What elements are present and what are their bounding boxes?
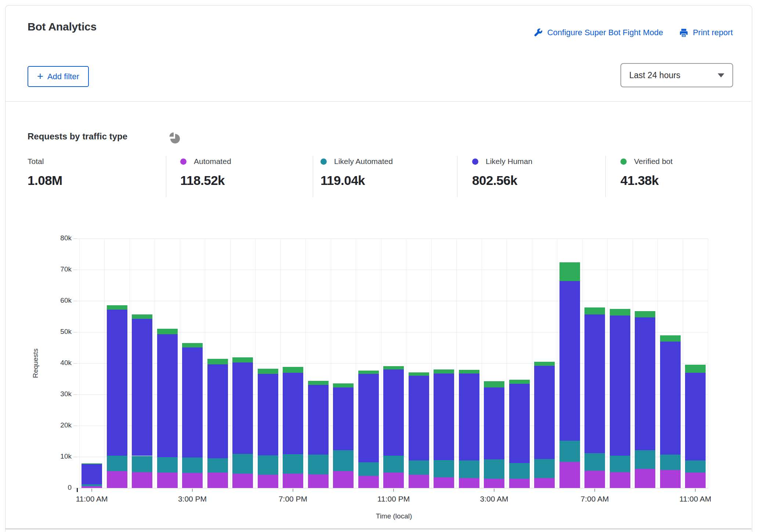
bar-segment-verified-bot[interactable]	[107, 305, 127, 310]
bar-segment-verified-bot[interactable]	[182, 343, 203, 347]
bar-1:00-am-14[interactable]	[434, 238, 454, 488]
bar-segment-verified-bot[interactable]	[484, 381, 504, 387]
bar-segment-verified-bot[interactable]	[534, 362, 555, 366]
bar-12:00-pm-1[interactable]	[107, 238, 127, 488]
bar-6:00-am-19[interactable]	[559, 238, 580, 488]
bar-segment-likely-human[interactable]	[584, 314, 605, 453]
bar-segment-automated[interactable]	[584, 471, 605, 488]
bar-6:00-pm-7[interactable]	[258, 238, 278, 488]
bar-segment-automated[interactable]	[107, 471, 127, 488]
bar-segment-likely-human[interactable]	[409, 376, 429, 460]
bar-segment-automated[interactable]	[383, 473, 404, 488]
bar-segment-automated[interactable]	[534, 478, 555, 488]
bar-segment-likely-human[interactable]	[132, 319, 152, 456]
bar-segment-likely-automated[interactable]	[283, 454, 303, 474]
bar-segment-automated[interactable]	[132, 472, 152, 488]
bar-8:00-am-21[interactable]	[610, 238, 630, 488]
bar-7:00-pm-8[interactable]	[283, 238, 303, 488]
bar-segment-automated[interactable]	[660, 470, 681, 488]
bar-segment-automated[interactable]	[82, 486, 102, 488]
bar-4:00-am-17[interactable]	[509, 238, 530, 488]
bar-segment-automated[interactable]	[685, 473, 706, 488]
bar-11:00-am-24[interactable]	[685, 238, 706, 488]
bar-segment-likely-automated[interactable]	[107, 456, 127, 471]
bar-segment-automated[interactable]	[434, 477, 454, 488]
bar-segment-verified-bot[interactable]	[685, 365, 706, 373]
bar-segment-likely-automated[interactable]	[308, 455, 329, 474]
bar-segment-verified-bot[interactable]	[283, 367, 303, 372]
bar-segment-likely-automated[interactable]	[584, 453, 605, 471]
bar-segment-likely-human[interactable]	[459, 374, 479, 460]
bar-segment-likely-human[interactable]	[157, 334, 178, 457]
bar-segment-automated[interactable]	[484, 479, 504, 488]
bar-segment-verified-bot[interactable]	[459, 370, 479, 374]
bar-segment-verified-bot[interactable]	[358, 371, 379, 374]
bar-segment-likely-automated[interactable]	[258, 455, 278, 475]
bar-segment-likely-automated[interactable]	[660, 455, 681, 470]
print-report-link[interactable]: Print report	[679, 28, 733, 37]
bar-segment-likely-automated[interactable]	[484, 459, 504, 479]
bar-segment-likely-automated[interactable]	[409, 460, 429, 475]
bar-segment-likely-human[interactable]	[383, 369, 404, 456]
bar-segment-verified-bot[interactable]	[207, 359, 228, 364]
add-filter-button[interactable]: + Add filter	[28, 66, 89, 87]
bar-segment-likely-human[interactable]	[660, 342, 681, 455]
bar-segment-automated[interactable]	[207, 473, 228, 488]
bar-9:00-am-22[interactable]	[635, 238, 655, 488]
bar-segment-automated[interactable]	[409, 475, 429, 488]
bar-segment-verified-bot[interactable]	[132, 314, 152, 319]
bar-1:00-pm-2[interactable]	[132, 238, 152, 488]
bar-segment-likely-human[interactable]	[685, 373, 706, 460]
bar-4:00-pm-5[interactable]	[207, 238, 228, 488]
bar-segment-automated[interactable]	[157, 473, 178, 488]
bar-segment-likely-human[interactable]	[232, 362, 253, 454]
bar-12:00-am-13[interactable]	[409, 238, 429, 488]
bar-segment-likely-human[interactable]	[358, 374, 379, 462]
bar-8:00-pm-9[interactable]	[308, 238, 329, 488]
bar-segment-likely-human[interactable]	[258, 374, 278, 455]
bar-segment-likely-human[interactable]	[635, 317, 655, 450]
bar-segment-likely-automated[interactable]	[182, 458, 203, 473]
bar-segment-automated[interactable]	[635, 469, 655, 488]
bar-segment-likely-human[interactable]	[283, 373, 303, 455]
bar-segment-likely-automated[interactable]	[157, 457, 178, 473]
bar-segment-verified-bot[interactable]	[333, 383, 354, 387]
bar-segment-likely-automated[interactable]	[685, 460, 706, 473]
bar-segment-likely-automated[interactable]	[610, 456, 630, 472]
bar-segment-likely-automated[interactable]	[459, 460, 479, 478]
bar-segment-likely-automated[interactable]	[207, 458, 228, 473]
bar-segment-verified-bot[interactable]	[660, 335, 681, 342]
bar-10:00-pm-11[interactable]	[358, 238, 379, 488]
bar-11:00-pm-12[interactable]	[383, 238, 404, 488]
bar-segment-automated[interactable]	[283, 474, 303, 488]
bar-segment-automated[interactable]	[559, 462, 580, 488]
bar-segment-automated[interactable]	[333, 471, 354, 488]
bar-segment-likely-human[interactable]	[308, 385, 329, 455]
time-range-dropdown[interactable]: Last 24 hours	[620, 63, 733, 87]
bar-segment-likely-human[interactable]	[509, 384, 530, 463]
configure-super-bot-fight-mode-link[interactable]: Configure Super Bot Fight Mode	[534, 28, 663, 37]
bar-segment-likely-human[interactable]	[559, 281, 580, 441]
bar-segment-verified-bot[interactable]	[383, 366, 404, 369]
bar-11:00-am-0[interactable]	[82, 238, 102, 488]
bar-segment-automated[interactable]	[258, 475, 278, 488]
bar-segment-likely-automated[interactable]	[635, 450, 655, 469]
bar-segment-likely-automated[interactable]	[358, 462, 379, 476]
bar-7:00-am-20[interactable]	[584, 238, 605, 488]
bar-segment-likely-human[interactable]	[82, 464, 102, 484]
bar-segment-likely-automated[interactable]	[434, 460, 454, 477]
bar-segment-likely-human[interactable]	[434, 374, 454, 460]
bar-segment-likely-automated[interactable]	[534, 459, 555, 478]
bar-segment-likely-automated[interactable]	[132, 456, 152, 472]
bar-segment-verified-bot[interactable]	[232, 357, 253, 362]
bar-10:00-am-23[interactable]	[660, 238, 681, 488]
bar-segment-likely-automated[interactable]	[383, 456, 404, 473]
bar-segment-likely-automated[interactable]	[333, 450, 354, 471]
bar-segment-likely-automated[interactable]	[82, 484, 102, 486]
bar-segment-likely-human[interactable]	[207, 364, 228, 458]
bar-segment-likely-human[interactable]	[182, 347, 203, 458]
bar-segment-verified-bot[interactable]	[157, 329, 178, 334]
bar-segment-likely-automated[interactable]	[559, 441, 580, 462]
bar-segment-verified-bot[interactable]	[635, 311, 655, 317]
bar-segment-automated[interactable]	[308, 474, 329, 488]
